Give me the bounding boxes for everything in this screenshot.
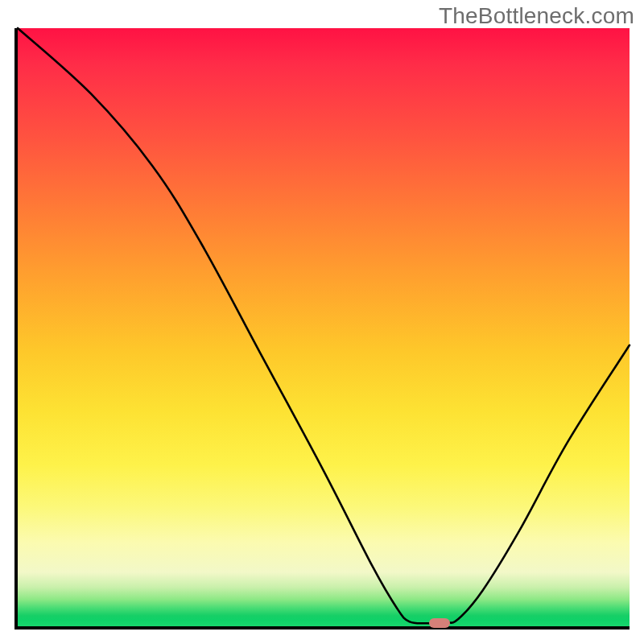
optimal-point-marker bbox=[429, 618, 450, 628]
curve-layer bbox=[18, 28, 630, 626]
watermark-text: TheBottleneck.com bbox=[439, 3, 634, 29]
plot-area bbox=[14, 28, 630, 630]
chart-frame: TheBottleneck.com bbox=[0, 0, 644, 644]
bottleneck-curve bbox=[18, 28, 630, 623]
